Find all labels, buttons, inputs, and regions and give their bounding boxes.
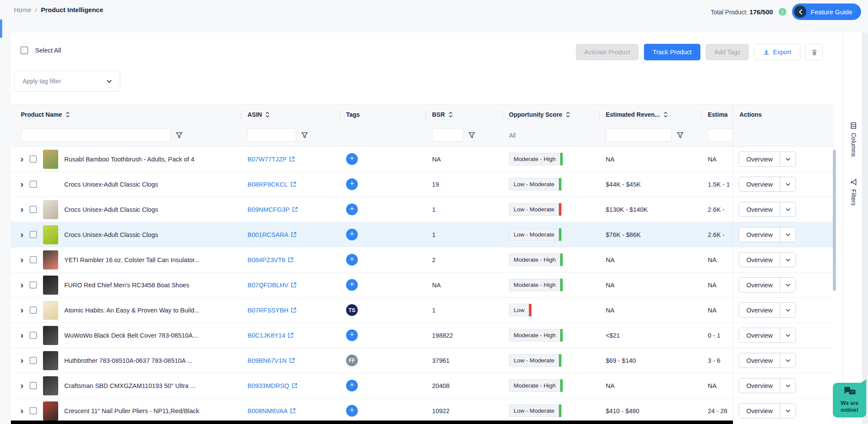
overview-button[interactable]: Overview	[739, 328, 780, 342]
action-dropdown-button[interactable]	[780, 177, 795, 191]
funnel-icon[interactable]	[176, 132, 182, 138]
expand-row-chevron[interactable]: ›	[20, 280, 23, 289]
bsr-filter-input[interactable]	[432, 128, 463, 142]
overview-button[interactable]: Overview	[739, 378, 780, 393]
row-checkbox[interactable]	[30, 407, 37, 414]
table-row[interactable]: › Crescent 11" Nail Puller Pliers - NP11…	[11, 398, 834, 421]
sort-icon[interactable]	[265, 111, 270, 118]
expand-row-chevron[interactable]: ›	[20, 204, 23, 214]
funnel-icon[interactable]	[677, 132, 683, 138]
table-row[interactable]: › Craftsman SBD CMXGZAM110193 50" Ultra …	[11, 373, 834, 398]
action-dropdown-button[interactable]	[780, 353, 795, 368]
action-dropdown-button[interactable]	[780, 404, 795, 418]
tag-badge[interactable]: FF	[346, 355, 358, 366]
expand-row-chevron[interactable]: ›	[20, 255, 23, 264]
column-header-asin[interactable]: ASIN	[241, 105, 340, 124]
sort-icon[interactable]	[66, 111, 70, 118]
row-checkbox[interactable]	[30, 181, 37, 188]
asin-link[interactable]: B001RCSARA	[248, 231, 288, 238]
column-header-product-name[interactable]: Product Name	[11, 105, 241, 124]
external-link-icon[interactable]	[290, 408, 296, 414]
sort-icon[interactable]	[566, 111, 570, 118]
vertical-scrollbar-thumb[interactable]	[833, 150, 836, 291]
table-row[interactable]: › WuWoWo Black Deck Belt Cover 783-08510…	[11, 323, 834, 348]
asin-link[interactable]: B09NMCFG3P	[248, 206, 290, 213]
add-tag-button[interactable]: +	[346, 153, 358, 165]
table-row[interactable]: › Crocs Unisex-Adult Classic Clogs B001R…	[11, 222, 834, 247]
external-link-icon[interactable]	[291, 307, 297, 313]
row-checkbox[interactable]	[30, 382, 37, 389]
table-row[interactable]: › Rusabl Bamboo Toothbrush - Adults, Pac…	[11, 147, 834, 172]
add-tag-button[interactable]: +	[346, 279, 358, 291]
product-name[interactable]: Atomic Habits: An Easy & Proven Way to B…	[64, 307, 199, 314]
table-row[interactable]: › YETI Rambler 16 oz. Colster Tall Can I…	[11, 247, 834, 273]
breadcrumb-home-link[interactable]: Home	[14, 6, 31, 13]
apply-tag-filter-dropdown[interactable]: Apply tag filter	[14, 71, 120, 92]
external-link-icon[interactable]	[288, 257, 294, 263]
action-dropdown-button[interactable]	[780, 202, 795, 217]
horizontal-scrollbar[interactable]	[11, 421, 733, 424]
overview-button[interactable]: Overview	[739, 202, 780, 217]
column-header-bsr[interactable]: BSR	[426, 105, 502, 124]
action-dropdown-button[interactable]	[780, 227, 795, 242]
sort-icon[interactable]	[449, 111, 453, 118]
estimated-sales-filter-input[interactable]	[708, 128, 733, 142]
asin-link[interactable]: B0C1JK8Y14	[248, 332, 285, 339]
product-name[interactable]: YETI Rambler 16 oz. Colster Tall Can Ins…	[64, 256, 200, 263]
expand-row-chevron[interactable]: ›	[20, 355, 23, 365]
expand-row-chevron[interactable]: ›	[20, 179, 23, 188]
asin-link[interactable]: B09BN67V1N	[248, 357, 287, 364]
column-header-opportunity-score[interactable]: Opportunity Score	[502, 105, 599, 124]
asin-link[interactable]: B08RP8CKCL	[248, 181, 288, 188]
action-dropdown-button[interactable]	[780, 303, 795, 317]
table-row[interactable]: › Atomic Habits: An Easy & Proven Way to…	[11, 298, 834, 323]
asin-link[interactable]: B07QFDBLHV	[248, 282, 288, 289]
product-name[interactable]: Craftsman SBD CMXGZAM110193 50" Ultra ..…	[64, 382, 195, 389]
asin-link[interactable]: B084PZ3VT6	[248, 256, 285, 263]
tag-badge[interactable]: TS	[346, 304, 358, 316]
expand-row-chevron[interactable]: ›	[20, 406, 23, 415]
table-row[interactable]: › FURO Red Chief Men's RC3458 Boat Shoes…	[11, 273, 834, 298]
table-row[interactable]: › Crocs Unisex-Adult Classic Clogs B08RP…	[11, 172, 834, 197]
product-name[interactable]: Crescent 11" Nail Puller Pliers - NP11,R…	[64, 408, 199, 414]
action-dropdown-button[interactable]	[780, 378, 795, 393]
delete-button[interactable]	[805, 44, 823, 60]
product-name[interactable]: Rusabl Bamboo Toothbrush - Adults, Pack …	[64, 156, 195, 163]
product-name[interactable]: Crocs Unisex-Adult Classic Clogs	[64, 231, 158, 238]
expand-row-chevron[interactable]: ›	[20, 381, 23, 390]
external-link-icon[interactable]	[289, 156, 295, 162]
action-dropdown-button[interactable]	[780, 152, 795, 166]
add-tag-button[interactable]: +	[346, 329, 358, 341]
row-checkbox[interactable]	[30, 206, 37, 213]
column-header-estimated-revenue[interactable]: Estimated Reven...	[599, 105, 701, 124]
column-header-tags[interactable]: Tags	[340, 105, 426, 124]
overview-button[interactable]: Overview	[739, 152, 780, 166]
external-link-icon[interactable]	[291, 232, 297, 237]
external-link-icon[interactable]	[292, 207, 298, 212]
add-tag-button[interactable]: +	[346, 178, 358, 190]
action-dropdown-button[interactable]	[780, 278, 795, 292]
action-dropdown-button[interactable]	[780, 253, 795, 267]
table-row[interactable]: › Huthbrother 783-08510A-0637 783-08510A…	[11, 348, 834, 373]
track-product-button[interactable]: Track Product	[644, 44, 700, 60]
external-link-icon[interactable]	[289, 358, 295, 363]
row-checkbox[interactable]	[30, 357, 37, 364]
row-checkbox[interactable]	[30, 306, 37, 314]
export-button[interactable]: Export	[754, 44, 800, 60]
product-name[interactable]: Crocs Unisex-Adult Classic Clogs	[64, 206, 158, 213]
asin-link[interactable]: B07RFSSYBH	[248, 307, 288, 314]
overview-button[interactable]: Overview	[739, 404, 780, 418]
overview-button[interactable]: Overview	[739, 177, 780, 191]
expand-row-chevron[interactable]: ›	[20, 154, 23, 163]
sort-icon[interactable]	[663, 111, 668, 118]
product-name[interactable]: Crocs Unisex-Adult Classic Clogs	[64, 181, 158, 188]
expand-row-chevron[interactable]: ›	[20, 305, 23, 314]
funnel-icon[interactable]	[301, 132, 308, 138]
select-all-checkbox[interactable]	[20, 46, 28, 54]
row-checkbox[interactable]	[30, 332, 37, 339]
column-header-estimated-sales[interactable]: Estima	[701, 105, 733, 124]
estimated-revenue-filter-input[interactable]	[606, 128, 672, 142]
product-name-filter-input[interactable]	[21, 128, 171, 142]
asin-link[interactable]: B0933MDRSQ	[248, 382, 289, 389]
overview-button[interactable]: Overview	[739, 227, 780, 242]
